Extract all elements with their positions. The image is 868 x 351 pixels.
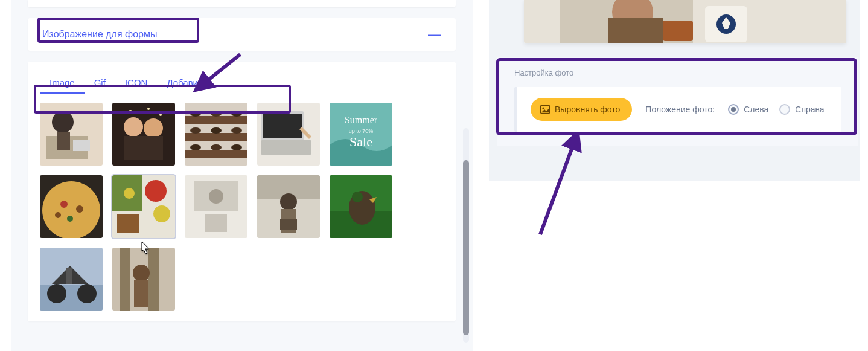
- gallery-thumb[interactable]: [40, 103, 103, 166]
- image-icon: [540, 105, 550, 114]
- svg-point-23: [211, 144, 222, 150]
- radio-icon: [728, 104, 739, 115]
- svg-rect-8: [124, 136, 163, 160]
- svg-point-66: [133, 265, 150, 282]
- svg-rect-43: [117, 214, 139, 233]
- image-gallery: SummerSaleup to 70%: [40, 103, 426, 311]
- svg-text:up to 70%: up to 70%: [349, 128, 374, 134]
- radio-left-label: Слева: [744, 105, 768, 114]
- right-panel: Настройка фото Выровнять фото Положение …: [489, 0, 860, 181]
- svg-text:Sale: Sale: [349, 134, 372, 149]
- radio-right[interactable]: Справа: [779, 104, 824, 115]
- radio-icon: [779, 104, 790, 115]
- gallery-thumb[interactable]: [185, 175, 247, 238]
- left-panel: Изображение для формы — Image Gif ICON Д…: [11, 0, 473, 351]
- svg-point-20: [211, 127, 222, 134]
- svg-point-17: [211, 111, 222, 117]
- gallery-thumb[interactable]: [40, 175, 103, 238]
- photo-settings-card: Настройка фото Выровнять фото Положение …: [497, 57, 858, 146]
- svg-rect-4: [73, 140, 90, 151]
- svg-point-35: [60, 201, 68, 208]
- svg-rect-72: [608, 18, 663, 43]
- svg-point-41: [145, 180, 167, 202]
- tab-icon[interactable]: ICON: [115, 72, 158, 94]
- gallery-thumb[interactable]: [112, 175, 175, 238]
- svg-point-2: [52, 111, 74, 133]
- preview-card: [524, 0, 846, 43]
- svg-point-37: [67, 216, 73, 222]
- svg-point-22: [190, 144, 201, 150]
- svg-rect-62: [66, 268, 72, 284]
- svg-point-51: [280, 193, 297, 210]
- svg-point-60: [47, 284, 66, 303]
- collapse-icon[interactable]: —: [428, 31, 441, 37]
- svg-point-42: [153, 205, 170, 222]
- svg-rect-65: [148, 248, 159, 311]
- svg-rect-14: [185, 133, 247, 141]
- svg-rect-28: [261, 140, 311, 155]
- gallery-thumb[interactable]: [40, 248, 103, 311]
- tab-add[interactable]: Добавить: [157, 72, 216, 94]
- svg-rect-27: [263, 114, 302, 138]
- photo-settings-title: Настройка фото: [514, 68, 841, 77]
- svg-rect-75: [663, 21, 693, 41]
- tab-gif[interactable]: Gif: [85, 72, 115, 94]
- scrollbar-thumb[interactable]: [463, 160, 469, 335]
- svg-point-24: [231, 144, 242, 150]
- gallery-thumb[interactable]: [112, 103, 175, 166]
- gallery-thumb[interactable]: [330, 175, 392, 238]
- section-header[interactable]: Изображение для формы —: [28, 18, 456, 51]
- svg-rect-53: [280, 219, 297, 230]
- svg-point-34: [42, 181, 100, 238]
- svg-point-44: [124, 188, 135, 199]
- photo-settings-row: Выровнять фото Положение фото: Слева Спр…: [514, 87, 841, 132]
- svg-point-9: [129, 110, 132, 114]
- gallery-thumb[interactable]: SummerSaleup to 70%: [330, 103, 392, 166]
- gallery-thumb[interactable]: [257, 103, 320, 166]
- gallery-thumb[interactable]: [112, 248, 175, 311]
- svg-rect-13: [185, 116, 247, 124]
- svg-point-48: [209, 189, 223, 204]
- svg-text:Summer: Summer: [345, 115, 378, 125]
- radio-left[interactable]: Слева: [728, 104, 768, 115]
- svg-point-10: [147, 108, 150, 110]
- svg-point-16: [190, 111, 201, 117]
- image-picker-panel: Image Gif ICON Добавить SummerSaleup to …: [28, 62, 456, 321]
- svg-point-11: [159, 114, 162, 116]
- svg-point-21: [231, 127, 242, 134]
- svg-rect-67: [134, 280, 148, 307]
- align-photo-button[interactable]: Выровнять фото: [531, 98, 632, 121]
- tab-image[interactable]: Image: [40, 72, 85, 94]
- section-title: Изображение для формы: [42, 29, 157, 40]
- svg-point-57: [352, 192, 363, 202]
- gallery-thumb[interactable]: [257, 175, 320, 238]
- position-label: Положение фото:: [645, 105, 715, 114]
- svg-point-77: [542, 107, 544, 109]
- svg-point-7: [144, 118, 163, 138]
- svg-rect-3: [57, 132, 70, 150]
- svg-point-36: [76, 205, 83, 213]
- svg-point-61: [77, 284, 97, 303]
- svg-rect-64: [120, 248, 130, 311]
- svg-point-18: [231, 111, 242, 117]
- align-photo-button-label: Выровнять фото: [555, 105, 620, 114]
- radio-right-label: Справа: [795, 105, 824, 114]
- svg-point-19: [190, 127, 201, 134]
- prev-card-strip: [28, 0, 456, 7]
- image-picker-tabs: Image Gif ICON Добавить: [40, 72, 444, 94]
- svg-point-6: [124, 117, 143, 137]
- svg-point-38: [55, 212, 61, 218]
- svg-rect-15: [185, 150, 247, 158]
- position-radio-group: Слева Справа: [728, 104, 824, 115]
- gallery-thumb[interactable]: [185, 103, 247, 166]
- svg-rect-47: [205, 214, 227, 232]
